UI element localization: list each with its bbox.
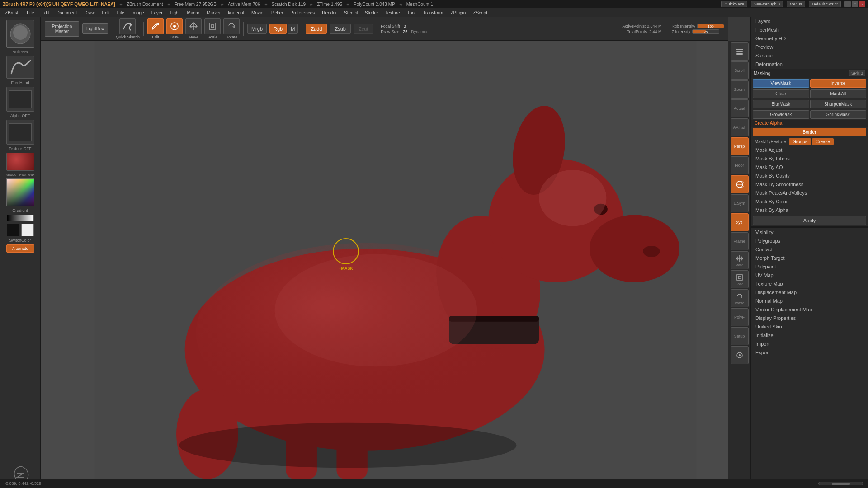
preview-section[interactable]: Preview	[751, 43, 868, 52]
normal-map-item[interactable]: Normal Map	[751, 297, 868, 305]
deformation-section[interactable]: Deformation	[751, 60, 868, 69]
menu-image[interactable]: Image	[128, 9, 147, 16]
viewmask-btn[interactable]: ViewMask	[753, 79, 809, 88]
edit-btn[interactable]	[147, 18, 164, 34]
export-item[interactable]: Export	[751, 348, 868, 357]
menu-edit2[interactable]: Edit	[99, 9, 113, 16]
tool-frame[interactable]: Frame	[731, 232, 749, 250]
menu-transform[interactable]: Transform	[420, 9, 446, 16]
menu-draw[interactable]: Draw	[81, 9, 98, 16]
growmask-btn[interactable]: GrowMask	[753, 110, 809, 119]
uv-map-item[interactable]: UV Map	[751, 271, 868, 280]
tool-actual[interactable]: Actual	[731, 99, 749, 117]
geometry-hd-section[interactable]: Geometry HD	[751, 34, 868, 43]
polygroups-item[interactable]: Polygroups	[751, 237, 868, 245]
texture-map-item[interactable]: Texture Map	[751, 280, 868, 288]
lightbox-btn[interactable]: LightBox	[82, 23, 108, 34]
shrinkmask-btn[interactable]: ShrinkMask	[810, 110, 867, 119]
rgb-intensity-slider[interactable]: 100	[697, 24, 724, 28]
import-item[interactable]: Import	[751, 340, 868, 348]
tool-setup[interactable]: Setup	[731, 327, 749, 345]
maskall-btn[interactable]: MaskAll	[810, 89, 867, 98]
menu-zscript[interactable]: ZScript	[470, 9, 491, 16]
groups-btn[interactable]: Groups	[789, 138, 811, 145]
tool-scale[interactable]: Scale	[731, 270, 749, 288]
quicksave-btn[interactable]: QuickSave	[721, 1, 747, 7]
unified-skin-item[interactable]: Unified Skin	[751, 323, 868, 331]
alpha-preview[interactable]	[6, 87, 34, 112]
freehand-btn[interactable]	[6, 56, 34, 79]
zadd-btn[interactable]: Zadd	[306, 24, 327, 34]
visibility-item[interactable]: Visibility	[751, 228, 868, 237]
scroll-indicator[interactable]	[818, 482, 863, 485]
tool-zoom[interactable]: Zoom	[731, 80, 749, 99]
morph-target-item[interactable]: Morph Target	[751, 254, 868, 263]
foreground-color[interactable]	[7, 224, 19, 236]
menu-zbrush[interactable]: ZBrush	[2, 9, 23, 16]
layers-section[interactable]: Layers	[751, 17, 868, 26]
tool-local[interactable]	[731, 175, 749, 193]
rotate-btn[interactable]	[223, 18, 240, 34]
mrgb-btn[interactable]: Mrgb	[247, 24, 267, 34]
default-zscript[interactable]: DefaultZScript	[809, 1, 841, 7]
menu-texture[interactable]: Texture	[382, 9, 403, 16]
menu-picker[interactable]: Picker	[268, 9, 287, 16]
menu-light[interactable]: Light	[167, 9, 183, 16]
mask-by-cavity-item[interactable]: Mask By Cavity	[751, 172, 868, 180]
menu-tool[interactable]: Tool	[404, 9, 419, 16]
move-btn[interactable]	[185, 18, 202, 34]
projection-master-btn[interactable]: Projection Master	[44, 21, 80, 37]
contact-item[interactable]: Contact	[751, 245, 868, 254]
m-btn[interactable]: M	[288, 24, 298, 34]
tool-persp[interactable]: Persp	[731, 137, 749, 155]
mask-by-color-item[interactable]: Mask By Color	[751, 197, 868, 206]
menu-movie[interactable]: Movie	[248, 9, 267, 16]
clear-btn[interactable]: Clear	[753, 89, 809, 98]
restore-btn[interactable]: □	[852, 1, 858, 7]
mask-adjust-item[interactable]: Mask Adjust	[751, 146, 868, 155]
menu-file[interactable]: File	[24, 9, 37, 16]
see-through[interactable]: See-through 0	[751, 1, 783, 7]
texture-preview[interactable]	[6, 120, 34, 145]
inverse-btn[interactable]: Inverse	[810, 79, 867, 88]
menu-preferences[interactable]: Preferences	[287, 9, 318, 16]
menu-zplugin[interactable]: ZPlugin	[447, 9, 469, 16]
displacement-map-item[interactable]: Displacement Map	[751, 288, 868, 297]
mask-by-alpha-item[interactable]: Mask By Alpha	[751, 206, 868, 215]
mask-by-ao-item[interactable]: Mask By AO	[751, 163, 868, 172]
blurmask-btn[interactable]: BlurMask	[753, 100, 809, 108]
tool-move[interactable]: Move	[731, 251, 749, 269]
tool-layers[interactable]	[731, 42, 749, 61]
zcut-btn[interactable]: Zcut	[354, 24, 373, 34]
menu-edit[interactable]: Edit	[38, 9, 52, 16]
crease-btn[interactable]: Crease	[812, 138, 834, 145]
mask-peaks-valleys-item[interactable]: Mask PeaksAndValleys	[751, 189, 868, 197]
tool-scroll[interactable]: Scroll	[731, 61, 749, 80]
surface-section[interactable]: Surface	[751, 52, 868, 60]
alternate-btn[interactable]: Alternate	[6, 244, 34, 253]
background-color[interactable]	[21, 224, 34, 236]
menu-stroke[interactable]: Stroke	[362, 9, 381, 16]
mask-by-fibers-item[interactable]: Mask By Fibers	[751, 155, 868, 163]
border-btn[interactable]: Border	[753, 128, 866, 136]
tool-polyf[interactable]: PolyF	[731, 308, 749, 326]
menu-material[interactable]: Material	[225, 9, 247, 16]
tool-xyz-active[interactable]: xyz	[731, 213, 749, 231]
tool-aahalf[interactable]: AAHalf	[731, 118, 749, 136]
display-properties-item[interactable]: Display Properties	[751, 314, 868, 323]
menu-layer[interactable]: Layer	[148, 9, 166, 16]
close-btn[interactable]: ×	[859, 1, 865, 7]
tool-lsym[interactable]: L.Sym	[731, 194, 749, 212]
tool-floor[interactable]: Floor	[731, 156, 749, 174]
quick-sketch-icon-btn[interactable]	[119, 18, 136, 34]
fibermesh-section[interactable]: FiberMesh	[751, 26, 868, 34]
color-picker[interactable]	[6, 178, 34, 206]
apply-btn[interactable]: Apply	[753, 216, 866, 225]
scale-btn[interactable]	[204, 18, 221, 34]
minimize-btn[interactable]: -	[844, 1, 851, 7]
menu-render[interactable]: Render	[319, 9, 340, 16]
menu-document[interactable]: Document	[53, 9, 80, 16]
rgb-btn[interactable]: Rgb M	[269, 24, 298, 34]
canvas-area[interactable]: +MASK	[41, 41, 750, 479]
polypaint-item[interactable]: Polypaint	[751, 263, 868, 271]
